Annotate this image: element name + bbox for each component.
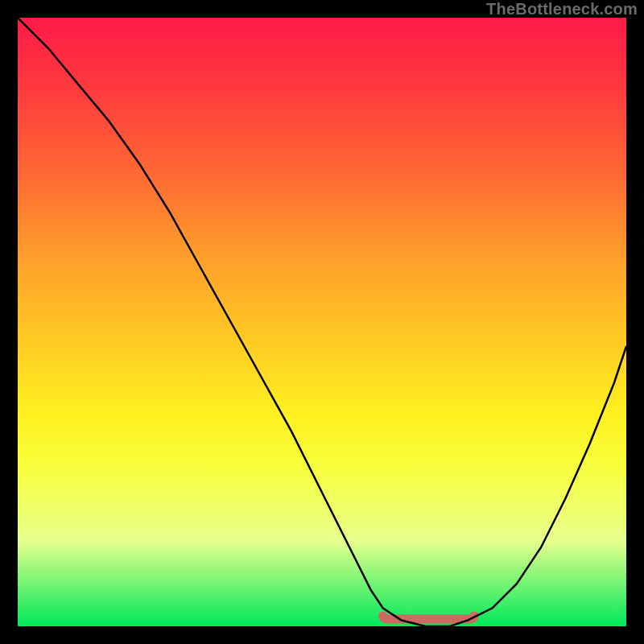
plot-area	[18, 18, 626, 626]
bottleneck-curve-line	[18, 18, 626, 626]
curve-layer	[18, 18, 626, 626]
bottleneck-chart: TheBottleneck.com	[0, 0, 644, 644]
attribution-label: TheBottleneck.com	[486, 0, 638, 19]
